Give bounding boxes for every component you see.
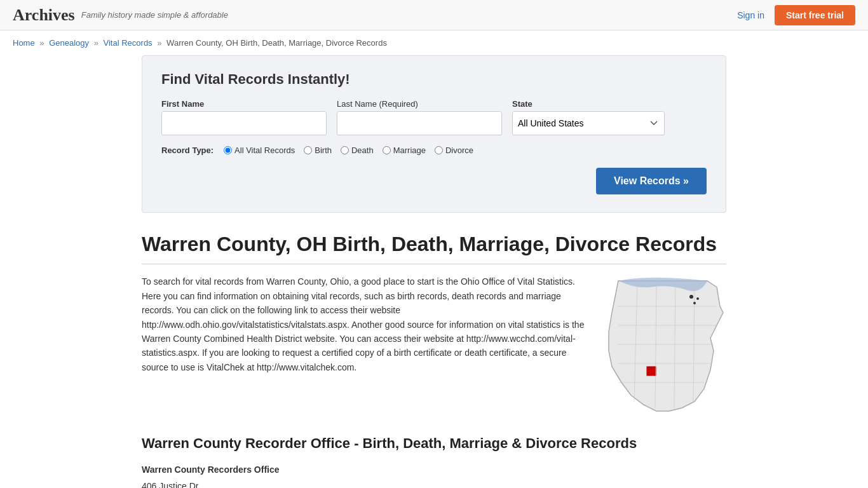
header-right: Sign in Start free trial — [737, 5, 855, 25]
content-with-map: To search for vital records from Warren … — [142, 274, 726, 416]
breadcrumb-current: Warren County, OH Birth, Death, Marriage… — [166, 38, 387, 48]
recorder-section-title: Warren County Recorder Office - Birth, D… — [142, 435, 726, 452]
first-name-label: First Name — [161, 99, 327, 109]
svg-rect-1 — [647, 367, 656, 376]
main-content: Find Vital Records Instantly! First Name… — [129, 55, 739, 488]
site-header: Archives Family history made simple & af… — [0, 0, 868, 30]
state-label: State — [512, 99, 665, 109]
search-title: Find Vital Records Instantly! — [161, 71, 707, 88]
record-type-all[interactable]: All Vital Records — [224, 146, 295, 155]
body-paragraph: To search for vital records from Warren … — [142, 274, 587, 374]
office-name: Warren County Recorders Office — [142, 462, 726, 478]
svg-point-12 — [696, 297, 699, 300]
search-box: Find Vital Records Instantly! First Name… — [142, 55, 726, 213]
site-tagline: Family history made simple & affordable — [81, 10, 228, 20]
view-records-button[interactable]: View Records » — [596, 168, 707, 194]
start-trial-button[interactable]: Start free trial — [775, 5, 855, 25]
breadcrumb-sep1: » — [39, 38, 44, 48]
ohio-map — [599, 274, 726, 416]
breadcrumb-genealogy[interactable]: Genealogy — [49, 38, 89, 48]
office-info: Warren County Recorders Office 406 Justi… — [142, 462, 726, 488]
record-type-death[interactable]: Death — [341, 146, 374, 155]
page-title: Warren County, OH Birth, Death, Marriage… — [142, 232, 726, 256]
record-type-divorce-radio[interactable] — [435, 146, 443, 154]
svg-point-11 — [689, 295, 693, 299]
search-fields: First Name Last Name (Required) State Al… — [161, 99, 707, 135]
record-type-divorce[interactable]: Divorce — [435, 146, 473, 155]
last-name-input[interactable] — [337, 111, 502, 135]
office-address1: 406 Justice Dr — [142, 478, 726, 488]
breadcrumb: Home » Genealogy » Vital Records » Warre… — [0, 30, 868, 55]
record-type-options: All Vital Records Birth Death Marriage D… — [224, 146, 473, 155]
first-name-group: First Name — [161, 99, 327, 135]
state-group: State All United States Alabama Alaska A… — [512, 99, 665, 135]
state-select[interactable]: All United States Alabama Alaska Arizona… — [512, 111, 665, 135]
first-name-input[interactable] — [161, 111, 327, 135]
header-left: Archives Family history made simple & af… — [13, 6, 228, 25]
svg-marker-0 — [609, 281, 723, 411]
breadcrumb-vital-records[interactable]: Vital Records — [104, 38, 153, 48]
record-type-marriage-radio[interactable] — [383, 146, 391, 154]
breadcrumb-sep3: » — [157, 38, 161, 48]
last-name-label: Last Name (Required) — [337, 99, 502, 109]
record-type-death-radio[interactable] — [341, 146, 349, 154]
record-type-all-radio[interactable] — [224, 146, 232, 154]
breadcrumb-home[interactable]: Home — [13, 38, 35, 48]
record-type-birth-radio[interactable] — [304, 146, 312, 154]
breadcrumb-sep2: » — [94, 38, 98, 48]
record-type-row: Record Type: All Vital Records Birth Dea… — [161, 146, 707, 155]
last-name-group: Last Name (Required) — [337, 99, 502, 135]
site-logo: Archives — [13, 6, 75, 25]
title-divider — [142, 264, 726, 264]
content-text: To search for vital records from Warren … — [142, 274, 587, 416]
record-type-label: Record Type: — [161, 146, 214, 155]
svg-point-13 — [693, 302, 696, 304]
sign-in-link[interactable]: Sign in — [737, 10, 764, 20]
record-type-marriage[interactable]: Marriage — [383, 146, 426, 155]
record-type-birth[interactable]: Birth — [304, 146, 332, 155]
